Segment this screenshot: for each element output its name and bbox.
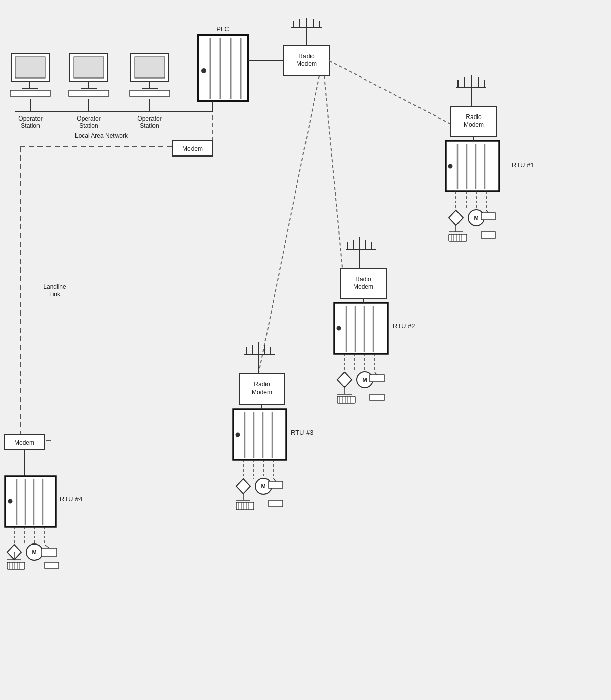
svg-rect-37 — [172, 141, 213, 156]
svg-line-163 — [274, 479, 276, 481]
svg-rect-57 — [42, 548, 57, 556]
svg-rect-76 — [451, 106, 497, 137]
svg-text:RTU #4: RTU #4 — [60, 495, 83, 503]
svg-point-56 — [26, 544, 43, 560]
svg-rect-109 — [334, 303, 388, 354]
svg-rect-98 — [481, 213, 495, 220]
svg-line-68 — [258, 76, 319, 375]
svg-marker-88 — [449, 210, 463, 225]
svg-rect-11 — [70, 53, 108, 81]
svg-text:Station: Station — [21, 122, 40, 129]
svg-rect-10 — [10, 90, 50, 96]
svg-text:Operator: Operator — [77, 115, 100, 122]
svg-rect-7 — [15, 57, 45, 78]
svg-line-67 — [324, 76, 345, 289]
svg-rect-162 — [269, 481, 283, 488]
svg-text:Landline: Landline — [43, 283, 66, 290]
svg-rect-65 — [45, 562, 59, 568]
svg-rect-6 — [11, 53, 49, 81]
svg-text:Local Area Network: Local Area Network — [75, 132, 128, 139]
svg-point-82 — [448, 164, 453, 169]
svg-text:Station: Station — [140, 122, 159, 129]
svg-rect-141 — [233, 409, 286, 460]
svg-line-58 — [45, 545, 49, 548]
svg-rect-130 — [370, 375, 384, 382]
svg-rect-156 — [236, 502, 254, 510]
svg-point-146 — [236, 433, 240, 437]
svg-text:PLC: PLC — [216, 25, 229, 33]
svg-text:Modem: Modem — [14, 439, 34, 446]
svg-text:Modem: Modem — [464, 121, 484, 128]
svg-rect-124 — [337, 396, 355, 403]
svg-rect-21 — [198, 35, 248, 101]
svg-rect-77 — [446, 141, 499, 191]
svg-rect-20 — [130, 90, 170, 96]
svg-rect-132 — [370, 394, 384, 400]
svg-rect-28 — [284, 46, 329, 76]
svg-text:Modem: Modem — [353, 283, 373, 290]
svg-point-123 — [357, 372, 373, 388]
svg-rect-0 — [0, 0, 611, 700]
svg-point-26 — [201, 68, 206, 73]
svg-marker-53 — [7, 545, 21, 560]
svg-line-131 — [375, 372, 377, 375]
svg-line-99 — [486, 210, 488, 213]
svg-text:RTU #1: RTU #1 — [512, 161, 534, 169]
svg-point-114 — [337, 326, 341, 331]
svg-point-48 — [8, 499, 13, 504]
svg-text:Radio: Radio — [298, 53, 315, 60]
svg-text:Radio: Radio — [466, 113, 482, 121]
svg-text:RTU #3: RTU #3 — [291, 429, 314, 436]
svg-text:Radio: Radio — [254, 381, 270, 388]
svg-rect-100 — [481, 232, 495, 238]
svg-text:Operator: Operator — [137, 115, 161, 122]
svg-text:M: M — [474, 215, 478, 221]
svg-rect-140 — [239, 374, 285, 404]
svg-text:Link: Link — [49, 291, 61, 298]
svg-text:M: M — [261, 483, 265, 489]
svg-point-91 — [468, 210, 484, 226]
svg-text:RTU #2: RTU #2 — [393, 322, 415, 330]
svg-line-66 — [329, 61, 451, 124]
svg-rect-108 — [340, 268, 386, 299]
svg-text:Modem: Modem — [252, 388, 272, 396]
svg-text:Radio: Radio — [355, 276, 371, 283]
svg-marker-152 — [236, 479, 250, 494]
svg-rect-92 — [449, 234, 467, 241]
svg-rect-59 — [7, 562, 25, 569]
svg-rect-12 — [74, 57, 104, 78]
svg-text:Station: Station — [79, 122, 98, 129]
svg-text:Operator: Operator — [18, 115, 42, 122]
svg-rect-17 — [135, 57, 165, 78]
svg-point-155 — [255, 478, 272, 494]
svg-text:Modem: Modem — [296, 60, 317, 67]
svg-rect-43 — [5, 476, 56, 527]
svg-marker-120 — [337, 372, 352, 387]
svg-rect-15 — [69, 90, 109, 96]
svg-rect-41 — [4, 435, 45, 450]
svg-rect-164 — [269, 500, 283, 507]
svg-text:Modem: Modem — [182, 145, 203, 152]
svg-text:M: M — [362, 377, 367, 383]
svg-rect-16 — [131, 53, 169, 81]
svg-text:M: M — [32, 549, 36, 555]
